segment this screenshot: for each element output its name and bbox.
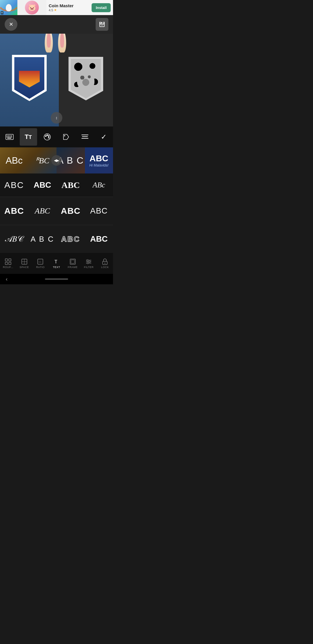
- group-icon: [5, 258, 11, 265]
- nav-ratio-label: RATIO: [36, 266, 45, 269]
- font-sample-text: A B C: [31, 235, 54, 244]
- font-tool-icon: TT: [25, 133, 32, 141]
- keyboard-tool-button[interactable]: [1, 128, 18, 146]
- keyboard-icon: [6, 134, 14, 140]
- font-option-13[interactable]: 𝒜𝐵𝒞: [0, 227, 28, 251]
- font-option-6[interactable]: ABC: [28, 173, 57, 197]
- badge-left: [9, 55, 50, 106]
- font-sample-text: ABC: [34, 180, 51, 190]
- close-icon: ✕: [9, 21, 13, 28]
- save-icon: [99, 21, 105, 28]
- font-row-4: 𝒜𝐵𝒞 A B C ABC ABC: [0, 225, 113, 253]
- nav-filter-button[interactable]: FILTER: [81, 253, 97, 274]
- font-sample-text: ABC: [90, 206, 108, 216]
- font-sample-text: ABC: [61, 235, 80, 244]
- align-tool-button[interactable]: [76, 128, 94, 146]
- nav-ratio-button[interactable]: 1:1 RATIO: [32, 253, 48, 274]
- ratio-icon: 1:1: [37, 258, 43, 265]
- font-option-4-selected[interactable]: ABC Hi Malavida!: [85, 147, 113, 173]
- font-option-10[interactable]: ABC: [28, 199, 57, 222]
- back-button[interactable]: ‹: [6, 276, 8, 282]
- svg-point-40: [87, 259, 88, 261]
- font-sample-text: ABC: [61, 180, 80, 190]
- svg-rect-11: [8, 137, 9, 138]
- font-option-9[interactable]: ABC: [0, 199, 28, 222]
- svg-rect-12: [10, 137, 10, 138]
- font-option-14[interactable]: A B C: [28, 227, 57, 251]
- font-option-15[interactable]: ABC: [57, 227, 85, 251]
- ad-close-icon[interactable]: ×: [1, 11, 3, 15]
- font-preview-area: ABc ᴿBC ◀▶ A B C ABC Hi Malavida! ABC AB…: [0, 147, 113, 197]
- nav-space-label: SPACE: [19, 266, 29, 269]
- ad-star-icon: ★: [54, 8, 57, 12]
- font-sample-text: ABC: [4, 206, 24, 216]
- font-sample-text: ABC: [35, 206, 50, 216]
- ad-info: Coin Master 4.5 ★: [46, 2, 92, 13]
- space-icon: [21, 258, 28, 265]
- badge-right: [67, 57, 105, 103]
- nav-lock-button[interactable]: LOCK: [97, 253, 113, 274]
- shape-tool-button[interactable]: [57, 128, 75, 146]
- system-bar: ‹: [0, 274, 113, 284]
- save-button[interactable]: [96, 18, 108, 31]
- svg-rect-26: [9, 259, 11, 261]
- svg-point-44: [105, 263, 105, 263]
- nav-text-button[interactable]: T TEXT: [48, 253, 65, 274]
- svg-point-42: [87, 262, 89, 264]
- svg-rect-9: [11, 135, 12, 136]
- confirm-tool-button[interactable]: ✓: [95, 128, 112, 146]
- font-row-2: ABC ABC ABC ABc: [0, 173, 113, 197]
- font-option-11[interactable]: ABC: [57, 199, 85, 222]
- filter-icon: [85, 258, 92, 265]
- svg-point-18: [48, 135, 49, 137]
- svg-rect-4: [101, 25, 103, 26]
- palette-icon: [43, 133, 51, 141]
- font-option-12[interactable]: ABC: [85, 199, 113, 222]
- svg-rect-2: [101, 22, 102, 23]
- nav-text-label: TEXT: [53, 266, 60, 269]
- svg-rect-7: [8, 135, 9, 136]
- font-sample-text: ABc: [6, 155, 23, 166]
- nav-space-button[interactable]: SPACE: [16, 253, 32, 274]
- home-indicator[interactable]: [45, 278, 68, 280]
- canvas-navigate-button[interactable]: ↕: [51, 112, 62, 124]
- ad-game-image: ×: [0, 0, 17, 15]
- font-sample-text: ABC: [90, 234, 108, 244]
- nav-frame-button[interactable]: FRAME: [65, 253, 81, 274]
- ad-banner[interactable]: × 🐷 Coin Master 4.5 ★ Install: [0, 0, 113, 15]
- font-sample-text: ABC: [61, 206, 81, 216]
- font-option-7[interactable]: ABC: [57, 173, 85, 197]
- font-sample-abc: ABC: [90, 153, 108, 163]
- nav-filter-label: FILTER: [84, 266, 94, 269]
- font-option-16[interactable]: ABC: [85, 227, 113, 251]
- font-tool-button[interactable]: TT: [20, 128, 37, 146]
- close-button[interactable]: ✕: [5, 18, 17, 31]
- svg-text:1:1: 1:1: [39, 261, 41, 263]
- svg-rect-10: [7, 137, 8, 138]
- font-sample-text: 𝒜𝐵𝒞: [5, 234, 23, 244]
- ad-title: Coin Master: [49, 3, 89, 8]
- font-option-5[interactable]: ABC: [0, 173, 28, 197]
- nav-group-button[interactable]: ROUP...: [0, 253, 16, 274]
- bottom-nav: ROUP... SPACE 1:1 RATIO T TEXT FRAME: [0, 253, 113, 274]
- shape-icon: [62, 133, 70, 141]
- font-bottom-section: ABC ABC ABC ABC 𝒜𝐵𝒞 A B C ABC ABC: [0, 197, 113, 253]
- font-nav-arrow[interactable]: ◀▶: [51, 155, 62, 166]
- font-sample-text: ᴿBC: [35, 156, 49, 165]
- checkmark-icon: ✓: [101, 133, 107, 141]
- font-sample-text: ABc: [93, 181, 105, 189]
- svg-rect-36: [71, 260, 74, 263]
- frame-icon: [70, 258, 76, 265]
- svg-rect-13: [11, 137, 12, 138]
- font-option-8[interactable]: ABc: [85, 173, 113, 197]
- font-option-1[interactable]: ABc: [0, 149, 28, 172]
- palette-tool-button[interactable]: [39, 128, 56, 146]
- align-icon: [81, 134, 89, 140]
- svg-rect-27: [5, 262, 8, 265]
- svg-rect-8: [10, 135, 10, 136]
- svg-text:T: T: [54, 259, 57, 264]
- canvas-right-panel[interactable]: [59, 34, 113, 126]
- nav-frame-label: FRAME: [68, 266, 78, 269]
- font-row-3: ABC ABC ABC ABC: [0, 197, 113, 225]
- ad-install-button[interactable]: Install: [92, 3, 111, 12]
